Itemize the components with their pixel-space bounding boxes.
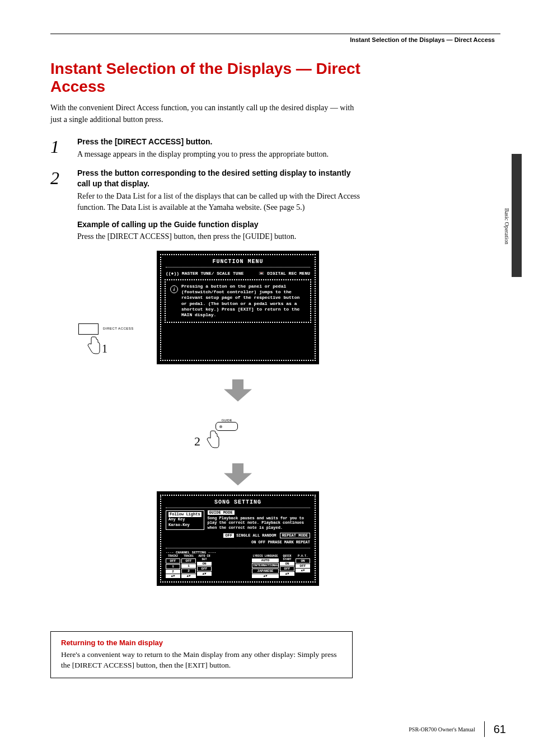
hand-press-icon: 2 bbox=[204, 430, 220, 451]
lcd-title: FUNCTION MENU bbox=[166, 259, 310, 267]
tuning-fork-icon: ((●)) bbox=[166, 271, 179, 276]
note-title: Returning to the Main display bbox=[61, 638, 342, 647]
manual-title: PSR-OR700 Owner's Manual bbox=[409, 726, 475, 732]
step-text: A message appears in the display prompti… bbox=[77, 149, 364, 160]
page-footer: PSR-OR700 Owner's Manual 61 bbox=[409, 721, 506, 737]
intro-text: With the convenient Direct Access functi… bbox=[50, 102, 364, 125]
guide-mode-tag: GUIDE MODE bbox=[208, 510, 235, 515]
tape-icon: 📼 bbox=[259, 271, 264, 276]
step-2: 2 Press the button corresponding to the … bbox=[50, 168, 364, 243]
guide-mode-list: Follow Lights Any Key Karao-Key bbox=[166, 510, 204, 530]
note-box: Returning to the Main display Here's a c… bbox=[50, 631, 353, 678]
page-number: 61 bbox=[494, 723, 506, 736]
info-icon: i bbox=[170, 285, 178, 293]
lcd-song-setting: SONG SETTING Follow Lights Any Key Karao… bbox=[157, 491, 319, 586]
header-breadcrumb: Instant Selection of the Displays — Dire… bbox=[50, 36, 500, 43]
guide-mode-desc: Song Playback pauses and waits for you t… bbox=[208, 516, 304, 530]
menu-item: MASTER TUNE/ SCALE TUNE bbox=[182, 271, 243, 276]
note-text: Here's a convenient way to return to the… bbox=[61, 649, 342, 671]
figure: DIRECT ACCESS 1 FUNCTION MENU ((●)) MAST… bbox=[50, 251, 364, 620]
step-heading: Press the button corresponding to the de… bbox=[77, 168, 364, 190]
step-number: 2 bbox=[50, 168, 77, 243]
direct-access-label: DIRECT ACCESS bbox=[103, 323, 134, 330]
direct-access-button-icon bbox=[78, 323, 99, 335]
figure-step-2-marker: 2 bbox=[194, 434, 200, 449]
example-heading: Example of calling up the Guide function… bbox=[77, 219, 364, 231]
step-heading: Press the [DIRECT ACCESS] button. bbox=[77, 137, 364, 148]
example-text: Press the [DIRECT ACCESS] button, then p… bbox=[77, 231, 364, 242]
lcd-info-text: Pressing a button on the panel or pedal … bbox=[181, 284, 306, 318]
section-tab-marker bbox=[512, 154, 522, 277]
arrow-down-icon bbox=[224, 379, 252, 402]
menu-item: DIGITAL REC MENU bbox=[267, 271, 310, 276]
hand-press-icon: 1 bbox=[85, 336, 101, 357]
guide-button-label: GUIDE bbox=[216, 419, 238, 422]
lcd-title: SONG SETTING bbox=[166, 499, 310, 508]
lcd-function-menu: FUNCTION MENU ((●)) MASTER TUNE/ SCALE T… bbox=[157, 251, 319, 364]
section-tab-label: Basic Operation bbox=[504, 208, 510, 245]
step-1: 1 Press the [DIRECT ACCESS] button. A me… bbox=[50, 137, 364, 160]
figure-step-1-marker: 1 bbox=[102, 342, 107, 355]
step-number: 1 bbox=[50, 137, 77, 160]
arrow-down-icon bbox=[224, 463, 252, 486]
step-text: Refer to the Data List for a list of the… bbox=[77, 191, 364, 214]
page-title: Instant Selection of the Displays — Dire… bbox=[50, 60, 364, 96]
